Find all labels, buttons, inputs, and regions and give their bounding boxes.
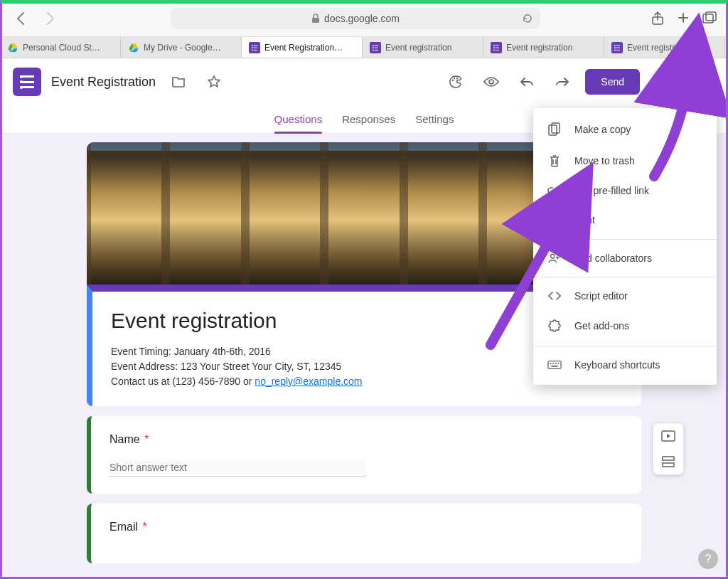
svg-point-35 — [489, 80, 493, 84]
svg-rect-46 — [552, 221, 557, 225]
svg-rect-2 — [703, 14, 713, 23]
required-mark: * — [144, 433, 149, 445]
preview-button[interactable] — [478, 69, 504, 95]
browser-tab-0[interactable]: Personal Cloud St… — [0, 37, 121, 58]
menu-move-trash[interactable]: Move to trash — [533, 145, 717, 176]
document-title[interactable]: Event Registration — [51, 75, 156, 90]
menu-label: Get add-ons — [574, 320, 629, 331]
svg-rect-42 — [549, 125, 557, 135]
account-avatar[interactable] — [691, 70, 715, 94]
browser-right-icons — [651, 11, 717, 26]
tabs-overview-icon[interactable] — [702, 11, 717, 26]
svg-rect-21 — [493, 47, 495, 48]
svg-rect-30 — [614, 49, 616, 51]
svg-rect-12 — [373, 45, 374, 46]
address-bar-wrap: docs.google.com — [71, 8, 640, 29]
tab-label: Personal Cloud St… — [23, 43, 100, 53]
keyboard-icon — [547, 360, 562, 370]
tab-label: Event registration — [385, 43, 451, 53]
svg-rect-3 — [706, 12, 716, 21]
svg-rect-43 — [552, 123, 560, 133]
add-section-button[interactable] — [653, 449, 683, 474]
question-label[interactable]: Name * — [109, 433, 623, 446]
svg-rect-53 — [551, 366, 557, 367]
forms-favicon-icon — [249, 42, 260, 53]
menu-label: Print — [574, 214, 595, 225]
question-label[interactable]: Email * — [109, 521, 623, 533]
svg-rect-41 — [663, 463, 674, 467]
forms-logo-icon[interactable] — [13, 68, 41, 96]
browser-tab-3[interactable]: Event registration — [363, 37, 483, 58]
nav-forward-button[interactable] — [41, 9, 60, 28]
tab-questions[interactable]: Questions — [274, 105, 323, 133]
tab-responses[interactable]: Responses — [342, 105, 395, 133]
contact-email-link[interactable]: no_reply@example.com — [255, 376, 362, 387]
send-button[interactable]: Send — [585, 69, 640, 95]
menu-print[interactable]: Print — [533, 205, 717, 235]
star-button[interactable] — [201, 69, 227, 95]
browser-tab-4[interactable]: Event registration — [483, 37, 604, 58]
lock-icon — [311, 14, 320, 23]
menu-script-editor[interactable]: Script editor — [533, 282, 717, 310]
svg-rect-50 — [552, 363, 554, 364]
svg-rect-8 — [254, 47, 257, 48]
svg-rect-31 — [616, 50, 620, 51]
svg-rect-16 — [373, 49, 374, 51]
svg-point-38 — [663, 85, 665, 87]
drive-favicon-icon — [128, 42, 139, 53]
name-input[interactable] — [109, 459, 366, 477]
svg-point-37 — [663, 80, 665, 83]
svg-rect-28 — [614, 47, 616, 48]
menu-label: Make a copy — [574, 124, 631, 135]
puzzle-icon — [547, 319, 562, 333]
address-host: docs.google.com — [324, 13, 400, 24]
svg-rect-5 — [252, 45, 253, 46]
move-to-folder-button[interactable] — [166, 69, 191, 95]
svg-rect-24 — [496, 50, 499, 51]
tab-label: Event registration — [506, 43, 572, 53]
share-icon[interactable] — [651, 11, 664, 26]
svg-rect-14 — [373, 47, 374, 48]
help-button[interactable]: ? — [698, 549, 718, 569]
svg-rect-22 — [496, 47, 499, 48]
browser-tab-5[interactable]: Event registration — [604, 37, 725, 58]
question-card-name[interactable]: Name * — [87, 416, 641, 494]
more-options-button[interactable] — [650, 68, 678, 96]
menu-make-copy[interactable]: Make a copy — [533, 114, 717, 145]
svg-rect-27 — [616, 45, 620, 46]
browser-tab-1[interactable]: My Drive - Google… — [121, 37, 242, 58]
new-tab-icon[interactable] — [677, 11, 690, 26]
undo-button[interactable] — [514, 69, 540, 95]
svg-point-36 — [663, 76, 665, 79]
question-card-email[interactable]: Email * — [87, 504, 641, 563]
browser-toolbar: docs.google.com — [0, 0, 728, 37]
svg-rect-9 — [252, 49, 253, 51]
svg-point-33 — [454, 78, 455, 79]
person-add-icon — [547, 253, 562, 264]
svg-rect-0 — [312, 18, 319, 23]
redo-button[interactable] — [550, 69, 575, 95]
svg-rect-51 — [555, 363, 557, 364]
nav-back-button[interactable] — [11, 9, 30, 28]
menu-label: Script editor — [574, 290, 628, 302]
tab-settings[interactable]: Settings — [415, 105, 454, 133]
svg-rect-23 — [493, 49, 495, 51]
svg-rect-6 — [254, 45, 257, 46]
add-video-button[interactable] — [653, 423, 683, 449]
tab-label: Event registration — [627, 43, 693, 53]
svg-rect-19 — [493, 45, 495, 46]
menu-get-addons[interactable]: Get add-ons — [533, 310, 717, 341]
menu-keyboard-shortcuts[interactable]: Keyboard shortcuts — [533, 351, 717, 379]
svg-point-32 — [452, 80, 454, 81]
svg-rect-15 — [375, 47, 378, 48]
menu-add-collaborators[interactable]: Add collaborators — [533, 244, 717, 272]
menu-prefilled-link[interactable]: Get pre-filled link — [533, 176, 717, 205]
svg-rect-48 — [548, 361, 561, 369]
required-mark: * — [142, 521, 146, 533]
address-bar[interactable]: docs.google.com — [171, 8, 540, 29]
theme-button[interactable] — [443, 69, 469, 95]
browser-tab-2[interactable]: Event Registration… — [242, 37, 363, 58]
menu-label: Keyboard shortcuts — [574, 359, 660, 371]
svg-rect-26 — [614, 45, 616, 46]
reload-icon[interactable] — [522, 13, 533, 24]
